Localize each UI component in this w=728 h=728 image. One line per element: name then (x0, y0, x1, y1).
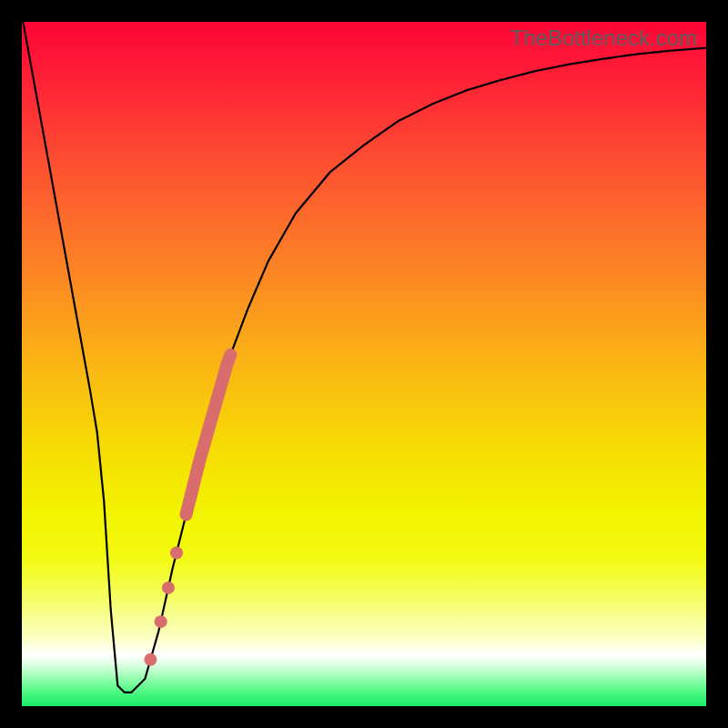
marker-dot (170, 547, 183, 560)
chart-svg (22, 22, 706, 706)
marker-dot (155, 615, 167, 628)
watermark-text: TheBottleneck.com (511, 25, 697, 51)
plot-area: TheBottleneck.com (22, 22, 706, 706)
chart-frame: TheBottleneck.com (0, 0, 728, 728)
marker-dot (162, 581, 175, 594)
gradient-background (22, 22, 706, 706)
marker-dot (144, 653, 157, 666)
